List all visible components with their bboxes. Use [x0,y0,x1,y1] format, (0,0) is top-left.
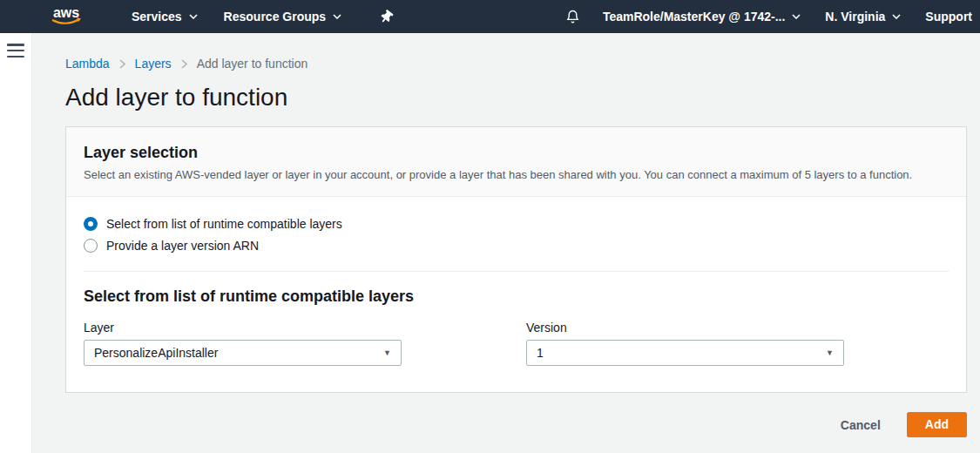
radio-option-runtime-compatible[interactable]: Select from list of runtime compatible l… [84,217,949,231]
chevron-down-icon [792,14,801,19]
version-select-value: 1 [537,346,544,360]
nav-account-label: TeamRole/MasterKey @ 1742-... [603,10,785,24]
radio-option-label: Select from list of runtime compatible l… [106,217,342,231]
breadcrumb-current: Add layer to function [197,57,308,71]
chevron-down-icon [189,14,198,19]
card-body: Select from list of runtime compatible l… [66,197,966,392]
chevron-down-icon: ▼ [826,349,834,357]
breadcrumb-layers[interactable]: Layers [135,57,172,71]
aws-logo[interactable]: aws [48,4,84,29]
pushpin-icon[interactable] [380,10,393,24]
card-title: Layer selection [84,144,949,162]
page-body: Lambda Layers Add layer to function Add … [0,33,980,453]
chevron-down-icon [892,14,901,19]
layer-select-dropdown[interactable]: PersonalizeApiInstaller ▼ [84,340,402,366]
notifications-bell-icon[interactable] [565,10,580,24]
hamburger-menu-icon[interactable] [7,44,24,57]
nav-resource-groups[interactable]: Resource Groups [224,10,341,24]
nav-services[interactable]: Services [132,10,198,24]
svg-text:aws: aws [53,5,79,20]
version-select-dropdown[interactable]: 1 ▼ [526,340,844,366]
layer-field-label: Layer [84,321,402,335]
chevron-down-icon: ▼ [383,349,391,357]
main-content: Lambda Layers Add layer to function Add … [32,33,980,453]
radio-selected-icon[interactable] [84,217,98,231]
version-field-label: Version [526,321,844,335]
fields-row: Layer PersonalizeApiInstaller ▼ Version … [84,321,949,366]
radio-option-label: Provide a layer version ARN [106,239,259,253]
nav-right-group: TeamRole/MasterKey @ 1742-... N. Virgini… [565,10,972,24]
sidebar-collapsed [0,33,32,453]
aws-logo-icon: aws [48,4,84,29]
cancel-button[interactable]: Cancel [841,418,881,432]
chevron-right-icon [119,59,125,69]
chevron-right-icon [181,59,187,69]
nav-account-menu[interactable]: TeamRole/MasterKey @ 1742-... [603,10,801,24]
nav-services-label: Services [132,10,182,24]
section-divider [84,271,949,272]
page-title: Add layer to function [65,84,967,112]
breadcrumb: Lambda Layers Add layer to function [65,57,967,71]
card-header: Layer selection Select an existing AWS-v… [66,127,966,197]
chevron-down-icon [333,14,341,19]
nav-support-menu[interactable]: Support [925,10,972,24]
nav-support-label: Support [925,10,972,24]
section-heading: Select from list of runtime compatible l… [84,287,949,306]
version-field: Version 1 ▼ [526,321,844,366]
radio-unselected-icon[interactable] [84,239,98,253]
breadcrumb-lambda[interactable]: Lambda [65,57,110,71]
add-button[interactable]: Add [907,412,967,437]
card-description: Select an existing AWS-vended layer or l… [84,168,949,181]
top-navigation-bar: aws Services Resource Groups TeamRole/Ma [0,0,980,33]
nav-region-label: N. Virginia [825,10,885,24]
radio-option-version-arn[interactable]: Provide a layer version ARN [84,239,949,253]
footer-actions: Cancel Add [65,412,967,437]
layer-field: Layer PersonalizeApiInstaller ▼ [84,321,402,366]
nav-resource-groups-label: Resource Groups [224,10,326,24]
layer-select-value: PersonalizeApiInstaller [94,346,218,360]
layer-selection-card: Layer selection Select an existing AWS-v… [65,126,967,393]
nav-region-menu[interactable]: N. Virginia [825,10,901,24]
